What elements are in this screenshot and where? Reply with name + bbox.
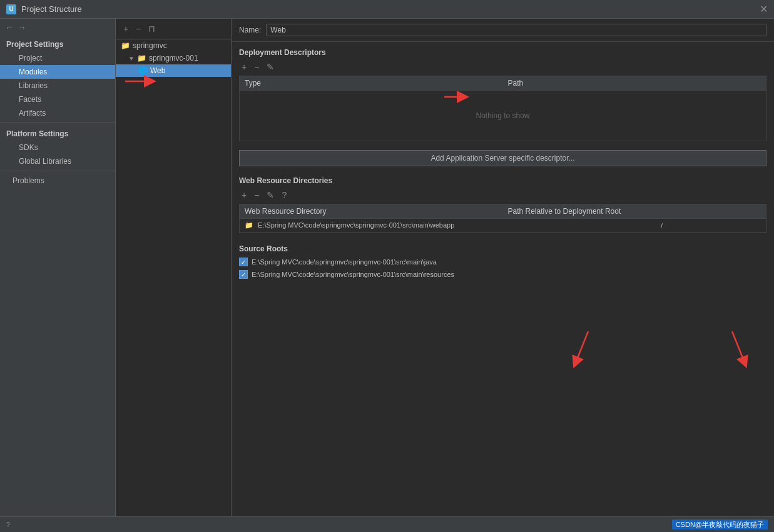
wrd-remove-button[interactable]: −	[252, 189, 262, 201]
main-area: ← → Project Settings Project Modules Lib…	[0, 19, 774, 516]
source-checkbox-1[interactable]	[239, 270, 248, 279]
nav-back-button[interactable]: ←	[5, 23, 14, 33]
name-input[interactable]	[266, 24, 766, 36]
web-resource-table: Web Resource Directory Path Relative to …	[239, 204, 766, 233]
wrd-table-row: 📁 E:\Spring MVC\code\springmvc\springmvc…	[240, 219, 766, 233]
window-title: Project Structure	[21, 4, 760, 14]
source-roots-header: Source Roots	[232, 238, 774, 256]
tree-panel: + − ⊓ 📁 springmvc ▼ 📁 springmvc-001 🌐 We…	[116, 19, 232, 516]
svg-line-0	[576, 331, 588, 363]
help-icon[interactable]: ?	[6, 521, 10, 528]
dd-col-type: Type	[240, 76, 503, 90]
wrd-path-cell: /	[661, 222, 761, 229]
sidebar-item-artifacts[interactable]: Artifacts	[0, 106, 115, 120]
wrd-col-path: Path Relative to Deployment Root	[503, 204, 766, 218]
sidebar-nav: ← →	[0, 19, 115, 36]
wrd-edit-button[interactable]: ✎	[264, 189, 277, 201]
wrd-col-directory: Web Resource Directory	[240, 204, 503, 218]
folder-icon-2: 📁	[137, 54, 146, 63]
folder-icon-sm: 📁	[245, 221, 253, 229]
sidebar-item-project[interactable]: Project	[0, 51, 115, 65]
sidebar-item-sdks[interactable]: SDKs	[0, 141, 115, 154]
wrd-help-button[interactable]: ?	[279, 189, 289, 201]
tree-toolbar: + − ⊓	[116, 19, 231, 39]
folder-icon: 📁	[121, 41, 130, 50]
svg-line-1	[732, 331, 745, 363]
tree-copy-button[interactable]: ⊓	[146, 23, 158, 35]
deployment-descriptors-table: Type Path Nothing to show	[239, 76, 766, 141]
sidebar-item-facets[interactable]: Facets	[0, 93, 115, 106]
dd-table-header: Type Path	[240, 76, 766, 91]
sidebar-item-modules[interactable]: Modules	[0, 65, 115, 79]
arrow-annotation-1	[563, 331, 613, 369]
sidebar-item-problems[interactable]: Problems	[0, 174, 115, 188]
wrd-toolbar: + − ✎ ?	[232, 188, 774, 204]
wrd-directory-cell: 📁 E:\Spring MVC\code\springmvc\springmvc…	[245, 221, 661, 229]
status-bar: ? CSDN@半夜敲代码的夜猫子	[0, 516, 774, 532]
content-panel: Name: Deployment Descriptors + − ✎ Type …	[232, 19, 774, 516]
nothing-to-show-label: Nothing to show	[476, 111, 529, 120]
sidebar-divider-2	[0, 171, 115, 171]
app-icon: U	[6, 4, 16, 14]
add-descriptor-button[interactable]: Add Application Server specific descript…	[239, 150, 766, 166]
name-row: Name:	[232, 19, 774, 42]
watermark: CSDN@半夜敲代码的夜猫子	[670, 520, 768, 529]
title-bar: U Project Structure ✕	[0, 0, 774, 19]
wrd-table-header: Web Resource Directory Path Relative to …	[240, 204, 766, 219]
web-resource-directories-header: Web Resource Directories	[232, 170, 774, 188]
tree-item-springmvc[interactable]: 📁 springmvc	[116, 39, 231, 52]
deployment-descriptors-toolbar: + − ✎	[232, 59, 774, 76]
sidebar-item-libraries[interactable]: Libraries	[0, 79, 115, 93]
wrd-add-button[interactable]: +	[239, 189, 249, 201]
platform-settings-header: Platform Settings	[0, 126, 115, 141]
dd-remove-button[interactable]: −	[252, 61, 262, 73]
source-row-0: E:\Spring MVC\code\springmvc\springmvc-0…	[239, 256, 766, 268]
expand-icon: ▼	[128, 55, 135, 62]
source-row-1: E:\Spring MVC\code\springmvc\springmvc-0…	[239, 268, 766, 281]
dd-edit-button[interactable]: ✎	[264, 61, 277, 73]
nav-forward-button[interactable]: →	[18, 23, 26, 33]
source-checkbox-0[interactable]	[239, 258, 248, 266]
sidebar-divider	[0, 123, 115, 123]
dd-add-button[interactable]: +	[239, 61, 249, 73]
arrow-annotation-2	[707, 331, 757, 369]
web-icon: 🌐	[138, 66, 148, 75]
close-button[interactable]: ✕	[760, 3, 768, 15]
name-label: Name:	[239, 26, 261, 34]
dd-table-body: Nothing to show	[240, 91, 766, 141]
source-roots-container: E:\Spring MVC\code\springmvc\springmvc-0…	[239, 256, 766, 281]
tree-remove-button[interactable]: −	[133, 23, 143, 35]
tree-add-button[interactable]: +	[121, 23, 131, 35]
sidebar: ← → Project Settings Project Modules Lib…	[0, 19, 116, 516]
tree-item-web[interactable]: 🌐 Web	[116, 64, 231, 77]
sidebar-item-global-libraries[interactable]: Global Libraries	[0, 154, 115, 168]
project-settings-header: Project Settings	[0, 36, 115, 51]
deployment-descriptors-header: Deployment Descriptors	[232, 42, 774, 59]
dd-col-path: Path	[503, 76, 766, 90]
tree-item-springmvc-001[interactable]: ▼ 📁 springmvc-001	[116, 52, 231, 64]
